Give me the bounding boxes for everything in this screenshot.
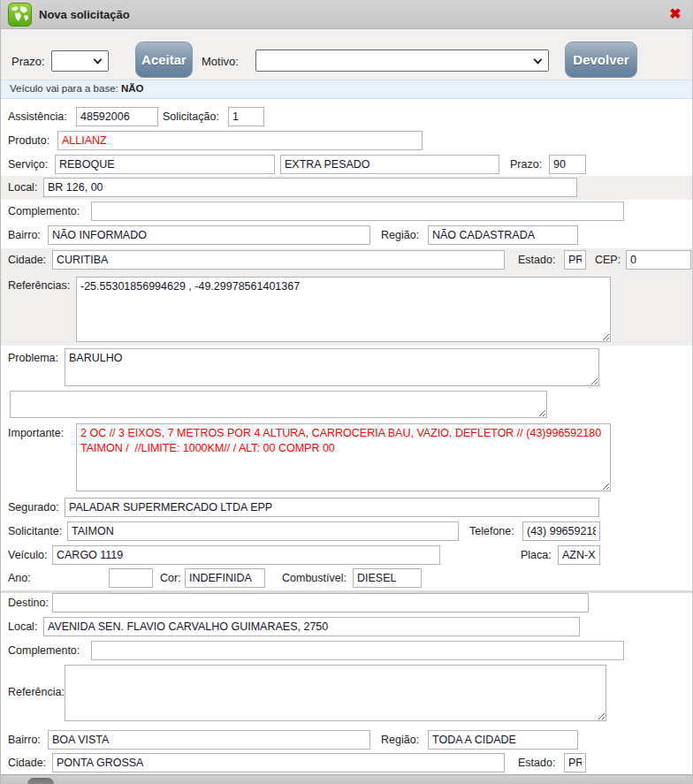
- veiculo-base-label: Veículo vai para a base:: [10, 83, 118, 94]
- produto-input[interactable]: [57, 131, 423, 150]
- close-icon[interactable]: ✖: [666, 5, 684, 23]
- servico-label: Serviço:: [8, 158, 48, 171]
- placa-label: Placa:: [521, 549, 552, 561]
- cep-label: CEP:: [595, 254, 621, 266]
- cor-label: Cor:: [160, 572, 181, 584]
- globe-map-icon: [8, 3, 32, 27]
- estado-label: Estado:: [518, 254, 555, 266]
- title-bar: Nova solicitação ✖: [1, 0, 692, 29]
- cep-input[interactable]: [626, 250, 691, 270]
- destino-local-label: Local:: [8, 620, 37, 633]
- destino-bairro-label: Bairro:: [8, 734, 41, 746]
- motivo-label: Motivo:: [202, 55, 239, 68]
- destino-regiao-input[interactable]: [428, 730, 578, 750]
- veiculo-label: Veículo:: [8, 549, 47, 561]
- aceitar-button[interactable]: Aceitar: [135, 42, 193, 78]
- destino-local-input[interactable]: [43, 617, 580, 636]
- servico-input[interactable]: [55, 155, 275, 174]
- destino-complemento-input[interactable]: [91, 641, 624, 660]
- bairro-label: Bairro:: [8, 229, 41, 241]
- cidade-label: Cidade:: [8, 254, 46, 266]
- complemento-input[interactable]: [91, 202, 624, 221]
- problema-label: Problema:: [8, 352, 58, 364]
- complemento-label: Complemento:: [8, 205, 80, 217]
- observacao-textarea[interactable]: [10, 391, 547, 418]
- local-label: Local:: [8, 181, 37, 194]
- telefone-input[interactable]: [522, 521, 600, 541]
- destino-estado-input[interactable]: [564, 753, 586, 773]
- cor-input[interactable]: [185, 568, 265, 588]
- solicitacao-label: Solicitação:: [163, 110, 219, 123]
- telefone-label: Telefone:: [469, 525, 514, 537]
- regiao-input[interactable]: [428, 225, 578, 245]
- segurado-input[interactable]: [65, 498, 599, 517]
- destino-label: Destino:: [8, 597, 49, 609]
- destino-cidade-input[interactable]: [52, 753, 505, 773]
- problema-textarea[interactable]: BARULHO: [65, 348, 599, 386]
- local-input[interactable]: [43, 178, 577, 197]
- solicitacao-input[interactable]: [228, 107, 264, 126]
- combustivel-label: Combustível:: [282, 572, 346, 584]
- assistencia-input[interactable]: [76, 107, 158, 126]
- veiculo-input[interactable]: [52, 545, 440, 565]
- referencias-label: Referências:: [8, 279, 70, 292]
- window-title: Nova solicitação: [39, 8, 130, 21]
- veiculo-base-value: NÃO: [121, 83, 144, 94]
- destino-bairro-input[interactable]: [48, 730, 370, 750]
- destino-input[interactable]: [52, 593, 589, 613]
- nova-solicitacao-window: Nova solicitação ✖ Prazo: Aceitar Motivo…: [0, 0, 693, 784]
- prazo-select[interactable]: [51, 50, 109, 72]
- segurado-label: Segurado:: [8, 501, 59, 514]
- destino-referencia-textarea[interactable]: [65, 665, 606, 721]
- veiculo-base-status: Veículo vai para a base: NÃO: [10, 83, 144, 94]
- placa-input[interactable]: [558, 545, 600, 565]
- estado-input[interactable]: [564, 250, 586, 270]
- referencias-textarea[interactable]: -25.55301856994629 , -49.29978561401367: [76, 277, 611, 342]
- motivo-select[interactable]: [255, 49, 549, 72]
- regiao-label: Região:: [381, 229, 419, 241]
- solicitante-input[interactable]: [67, 521, 459, 541]
- chevron-down-icon: [534, 55, 543, 64]
- bairro-input[interactable]: [48, 225, 370, 245]
- chevron-down-icon: [94, 56, 103, 65]
- importante-textarea[interactable]: 2 OC // 3 EIXOS, 7 METROS POR 4 ALTURA, …: [76, 423, 611, 491]
- destino-referencia-label: Referência:: [8, 686, 65, 698]
- destino-complemento-label: Complemento:: [8, 644, 80, 657]
- destino-regiao-label: Região:: [381, 734, 419, 746]
- ano-label: Ano:: [8, 572, 31, 584]
- importante-label: Importante:: [8, 427, 64, 439]
- cidade-input[interactable]: [52, 250, 505, 270]
- partial-window-icon: [27, 778, 54, 784]
- destino-estado-label: Estado:: [518, 757, 555, 769]
- prazo-toolbar-label: Prazo:: [11, 55, 45, 68]
- servico-tipo-input[interactable]: [280, 155, 499, 174]
- bottom-window-edge: [1, 774, 692, 784]
- destino-cidade-label: Cidade:: [8, 757, 46, 769]
- devolver-button[interactable]: Devolver: [565, 42, 637, 78]
- solicitante-label: Solicitante:: [8, 525, 62, 537]
- ano-input[interactable]: [109, 568, 153, 588]
- prazo-input[interactable]: [549, 155, 586, 174]
- prazo-field-label: Prazo:: [510, 158, 542, 171]
- produto-label: Produto:: [8, 134, 50, 147]
- combustivel-input[interactable]: [353, 568, 422, 588]
- assistencia-label: Assistência:: [8, 110, 67, 123]
